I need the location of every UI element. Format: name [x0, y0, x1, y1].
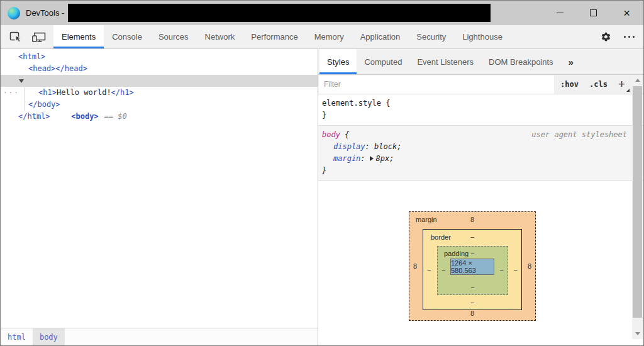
element-classes-button[interactable]: .cls	[589, 80, 608, 89]
box-model-padding-region[interactable]: padding − − − − 1264 × 580.563	[437, 246, 508, 295]
tree-node-h1[interactable]: <h1>Hello world!</h1>	[1, 87, 318, 99]
styles-filter-input[interactable]	[319, 75, 554, 94]
title-bar: DevTools - ×	[1, 1, 643, 25]
content-dimensions: 1264 × 580.563	[451, 259, 494, 274]
pseudo-state-button[interactable]: :hov	[560, 80, 579, 89]
padding-top-value[interactable]: −	[438, 250, 508, 257]
breadcrumb-body[interactable]: body	[33, 328, 65, 345]
elements-tree-panel: <html> <head></head> ··· <body>== $0 <h1…	[1, 49, 318, 345]
tab-dom-breakpoints[interactable]: DOM Breakpoints	[481, 49, 561, 74]
maximize-icon	[590, 9, 597, 16]
margin-bottom-value[interactable]: 8	[409, 310, 535, 317]
dropdown-corner-icon	[626, 89, 630, 92]
border-bottom-value[interactable]: −	[423, 299, 521, 306]
collapse-triangle-icon[interactable]	[19, 79, 24, 83]
box-model-content-region[interactable]: 1264 × 580.563	[450, 259, 494, 275]
tree-node-html-open[interactable]: <html>	[1, 51, 318, 63]
vertical-scrollbar[interactable]	[632, 75, 643, 339]
inspect-element-button[interactable]	[3, 25, 27, 48]
styles-filter-toolbar: :hov .cls +	[318, 75, 643, 94]
inspect-element-icon	[9, 31, 22, 43]
tree-node-body-close[interactable]: </body>	[1, 99, 318, 111]
device-toolbar-icon	[31, 31, 47, 43]
style-toggles: :hov .cls +	[560, 77, 630, 91]
chevron-double-right-icon: »	[569, 57, 574, 67]
stylesheet-origin-label: user agent stylesheet	[531, 129, 627, 141]
tab-network[interactable]: Network	[197, 25, 243, 48]
css-property-display[interactable]: display: block;	[322, 141, 638, 153]
box-model-border-region[interactable]: border − − − − padding − − − − 1264 × 58…	[423, 229, 522, 310]
device-toolbar-button[interactable]	[27, 25, 51, 48]
border-top-value[interactable]: −	[423, 233, 521, 241]
edge-logo-icon	[8, 7, 20, 20]
tab-security[interactable]: Security	[408, 25, 454, 48]
margin-top-value[interactable]: 8	[409, 216, 535, 223]
styles-rules-list: element.style { } body { user agent styl…	[318, 94, 643, 181]
element-style-rule[interactable]: element.style { }	[318, 94, 643, 126]
padding-right-value[interactable]: −	[500, 267, 504, 274]
breadcrumb-html[interactable]: html	[1, 328, 33, 345]
styles-sidebar-panel: Styles Computed Event Listeners DOM Brea…	[318, 49, 643, 345]
margin-right-value[interactable]: 8	[528, 262, 531, 270]
scroll-down-button[interactable]	[632, 328, 643, 339]
tree-node-head[interactable]: <head></head>	[1, 63, 318, 75]
tab-elements[interactable]: Elements	[53, 25, 104, 48]
close-icon: ×	[623, 7, 630, 19]
main-content: <html> <head></head> ··· <body>== $0 <h1…	[1, 49, 643, 345]
tab-memory[interactable]: Memory	[306, 25, 352, 48]
user-agent-body-rule[interactable]: body { user agent stylesheet display: bl…	[318, 126, 643, 181]
border-left-value[interactable]: −	[427, 266, 431, 274]
redacted-page-title	[68, 4, 491, 22]
triangle-up-icon	[635, 79, 640, 82]
border-right-value[interactable]: −	[514, 266, 518, 274]
tab-styles[interactable]: Styles	[319, 49, 357, 74]
tab-console[interactable]: Console	[104, 25, 150, 48]
window-controls: ×	[543, 1, 643, 25]
maximize-button[interactable]	[577, 1, 610, 25]
gear-icon	[601, 31, 611, 42]
tab-lighthouse[interactable]: Lighthouse	[454, 25, 511, 48]
sidebar-tabs: Styles Computed Event Listeners DOM Brea…	[318, 49, 643, 75]
tab-application[interactable]: Application	[352, 25, 409, 48]
padding-bottom-value[interactable]: −	[438, 284, 508, 291]
minimize-icon	[557, 13, 564, 13]
devtools-toolbar: Elements Console Sources Network Perform…	[1, 25, 643, 49]
dom-tree: <html> <head></head> ··· <body>== $0 <h1…	[1, 49, 318, 123]
window-title: DevTools -	[26, 8, 67, 18]
panel-tabs: Elements Console Sources Network Perform…	[53, 25, 511, 48]
close-button[interactable]: ×	[610, 1, 643, 25]
toolbar-right-actions	[601, 25, 643, 48]
tree-node-html-close[interactable]: </html>	[1, 111, 318, 123]
tab-computed[interactable]: Computed	[357, 49, 409, 74]
tab-sources[interactable]: Sources	[150, 25, 197, 48]
more-menu-icon	[624, 36, 626, 38]
more-menu-button[interactable]	[624, 36, 635, 38]
tab-event-listeners[interactable]: Event Listeners	[409, 49, 481, 74]
minimize-button[interactable]	[543, 1, 577, 25]
tab-performance[interactable]: Performance	[243, 25, 306, 48]
rule-selector: body	[322, 130, 340, 139]
css-property-margin[interactable]: margin:8px;	[322, 153, 638, 165]
padding-left-value[interactable]: −	[441, 267, 445, 274]
new-style-rule-button[interactable]: +	[618, 77, 630, 91]
margin-left-value[interactable]: 8	[413, 262, 417, 270]
scroll-up-button[interactable]	[632, 75, 643, 86]
box-model-margin-region[interactable]: margin 8 8 8 8 border − − − − padding − …	[409, 211, 536, 321]
tree-node-body-selected[interactable]: ··· <body>== $0	[1, 75, 318, 87]
dom-breadcrumb-bar: html body	[1, 328, 318, 345]
indent-guide-line	[25, 87, 25, 111]
devtools-window: DevTools - × Elements Console Sources	[0, 0, 644, 346]
settings-button[interactable]	[601, 31, 611, 42]
tab-overflow-button[interactable]: »	[561, 49, 581, 74]
triangle-down-icon	[635, 332, 640, 335]
scrollbar-thumb[interactable]	[633, 86, 642, 318]
expand-shorthand-icon[interactable]	[370, 156, 374, 161]
